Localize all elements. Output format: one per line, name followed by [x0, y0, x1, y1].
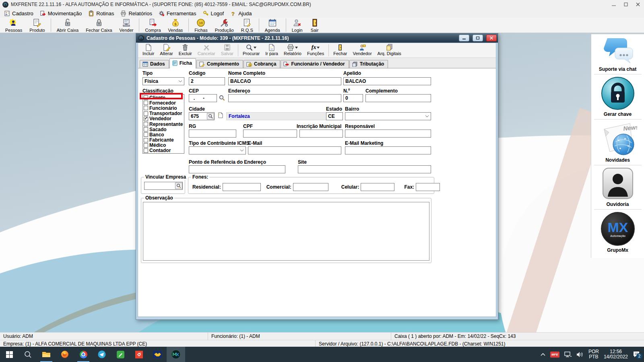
window-minimize-button[interactable]: [608, 0, 620, 9]
dialog-maximize-button[interactable]: [473, 35, 483, 41]
tab-ficha[interactable]: Ficha: [169, 58, 196, 68]
btn-relatorio[interactable]: Relatório: [281, 43, 304, 58]
checkbox[interactable]: [144, 106, 148, 110]
fax-input[interactable]: [416, 183, 440, 191]
toolbar-rqs[interactable]: R.Q.S: [237, 18, 257, 33]
btn-vendedor[interactable]: Vendedor: [350, 43, 374, 58]
email-input[interactable]: [248, 146, 341, 154]
language-indicator[interactable]: PORPTB: [588, 349, 599, 360]
menu-ferramentas[interactable]: Ferramentas: [155, 9, 200, 18]
classificacao-item-fornecedor[interactable]: Fornecedor: [143, 100, 184, 105]
checkbox[interactable]: [144, 132, 148, 137]
checkbox[interactable]: [144, 122, 148, 126]
estado-input[interactable]: [326, 112, 343, 120]
btn-arq-digitais[interactable]: Arq. Digitais: [375, 43, 404, 58]
toolbar-producao[interactable]: Produção: [211, 18, 237, 33]
speaker-icon[interactable]: [576, 352, 584, 358]
checkbox[interactable]: [144, 138, 148, 142]
notification-center[interactable]: 2: [633, 351, 640, 358]
celular-input[interactable]: [361, 183, 394, 191]
icms-combobox[interactable]: [189, 146, 246, 154]
toolbar-login[interactable]: Login: [288, 18, 306, 33]
window-maximize-button[interactable]: [620, 0, 632, 9]
menu-logof[interactable]: Logof: [200, 9, 227, 18]
tab-tributacao[interactable]: Tributação: [349, 60, 388, 68]
dialog-close-button[interactable]: [486, 35, 497, 41]
taskbar-explorer[interactable]: [37, 347, 56, 362]
btn-ir-para[interactable]: Ir para: [262, 43, 281, 58]
classificacao-item-medico[interactable]: Médico: [143, 143, 184, 148]
menu-cadastro[interactable]: Cadastro: [1, 9, 37, 18]
numero-input[interactable]: [343, 94, 363, 102]
classificacao-item-funcionario[interactable]: Funcionário: [143, 105, 184, 111]
mfe-tray-icon[interactable]: MFE: [550, 352, 559, 358]
btn-incluir[interactable]: Incluir: [140, 43, 157, 58]
toolbar-pessoas[interactable]: Pessoas: [2, 18, 26, 33]
classificacao-item-contador[interactable]: Contador: [143, 148, 184, 153]
residencial-input[interactable]: [223, 183, 261, 191]
btn-alterar[interactable]: Alterar: [157, 43, 175, 58]
classificacao-item-representante[interactable]: Representante: [143, 121, 184, 127]
btn-salvar[interactable]: Salvar: [218, 43, 236, 58]
classificacao-item-banco[interactable]: Banco: [143, 132, 184, 137]
classificacao-item-vendedor[interactable]: Vendedor: [143, 116, 184, 121]
menu-ajuda[interactable]: ? Ajuda: [227, 9, 255, 18]
window-close-button[interactable]: [632, 0, 644, 9]
btn-excluir[interactable]: Excluir: [176, 43, 195, 58]
cidade-new-doc-icon[interactable]: [217, 112, 223, 119]
network-icon[interactable]: [564, 352, 572, 357]
taskbar-telegram[interactable]: [93, 347, 111, 362]
start-button[interactable]: [0, 347, 19, 362]
vincular-search-button[interactable]: [175, 183, 182, 189]
tray-chevron-icon[interactable]: [541, 353, 545, 356]
taskbar-mxfrente[interactable]: [167, 347, 185, 362]
inscricao-municipal-input[interactable]: [299, 130, 343, 138]
apelido-input[interactable]: [343, 77, 431, 85]
endereco-input[interactable]: [228, 94, 341, 102]
toolbar-fechar-caixa[interactable]: Fechar Caixa: [82, 18, 116, 33]
tipo-combobox[interactable]: Física: [142, 77, 184, 85]
checkbox[interactable]: [144, 111, 148, 116]
toolbar-fichas[interactable]: 10 Fichas: [191, 18, 211, 33]
clock[interactable]: 12:5614/02/2022: [604, 349, 628, 360]
taskbar-chrome[interactable]: [74, 347, 93, 362]
tab-complemento[interactable]: Complemento: [196, 60, 243, 68]
toolbar-vender[interactable]: Vender: [116, 18, 137, 33]
cidade-search-button[interactable]: [207, 113, 214, 119]
checkbox[interactable]: [144, 143, 148, 148]
toolbar-agenda[interactable]: Agenda: [261, 18, 284, 33]
toolbar-compra[interactable]: Compra: [141, 18, 164, 33]
classificacao-item-transportador[interactable]: Transportador: [143, 111, 184, 116]
menu-rotinas[interactable]: Rotinas: [85, 9, 117, 18]
tab-funcionario-vendedor[interactable]: Funcionário / Vendedor: [281, 60, 349, 68]
toolbar-produto[interactable]: Produto: [26, 18, 49, 33]
ponto-referencia-input[interactable]: [189, 165, 285, 173]
sidebar-suporte-chat[interactable]: Suporte via chat: [591, 34, 644, 74]
taskbar-firefox[interactable]: [56, 347, 74, 362]
comercial-input[interactable]: [293, 183, 328, 191]
checkbox[interactable]: [144, 101, 148, 105]
email-marketing-input[interactable]: [345, 146, 431, 154]
taskbar-red-app[interactable]: [130, 347, 148, 362]
menu-movimentacao[interactable]: Movimentação: [37, 9, 85, 18]
toolbar-vendas[interactable]: $ Vendas: [165, 18, 187, 33]
sidebar-gerar-chave[interactable]: Gerar chave: [591, 74, 644, 119]
sidebar-ouvidoria[interactable]: Ouvidoria: [591, 165, 644, 209]
complemento-input[interactable]: [365, 94, 431, 102]
bairro-combobox[interactable]: [345, 112, 431, 120]
observacao-textarea[interactable]: [143, 202, 429, 261]
rg-input[interactable]: [189, 130, 236, 138]
classificacao-item-sacado[interactable]: Sacado: [143, 127, 184, 132]
taskbar-search-button[interactable]: [19, 347, 37, 362]
btn-cancelar[interactable]: Cancelar: [195, 43, 218, 58]
responsavel-input[interactable]: [345, 130, 431, 138]
nome-input[interactable]: [228, 77, 341, 85]
menu-relatorios[interactable]: Relatórios: [117, 9, 155, 18]
sidebar-novidades[interactable]: News Novidades: [591, 119, 644, 165]
toolbar-sair[interactable]: Sair: [306, 18, 323, 33]
toolbar-abrir-caixa[interactable]: Abrir Caixa: [53, 18, 82, 33]
checkbox[interactable]: [144, 117, 148, 121]
checkbox[interactable]: [144, 127, 148, 132]
taskbar-notes-app[interactable]: [111, 347, 130, 362]
btn-fechar[interactable]: Fechar: [330, 43, 350, 58]
